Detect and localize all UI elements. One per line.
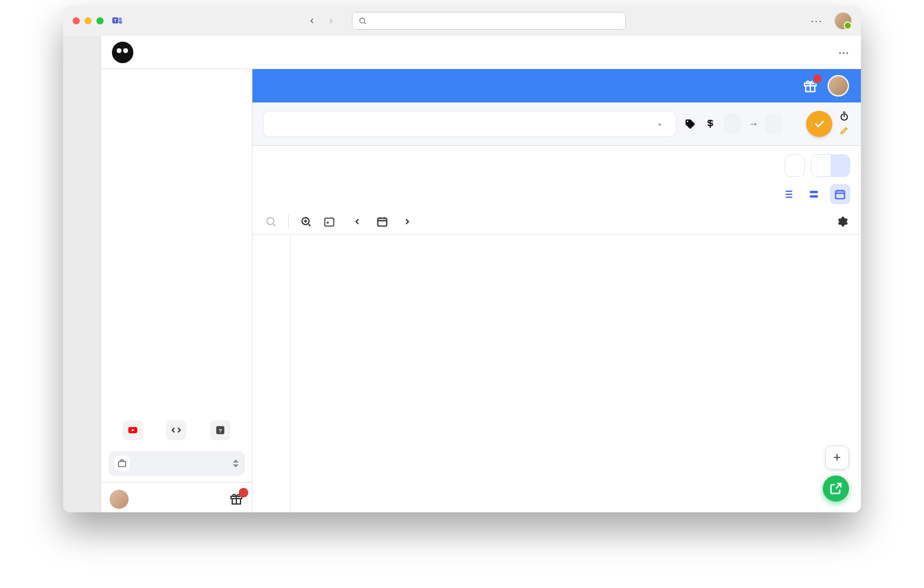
content-header: ⋯: [101, 36, 861, 69]
billable-icon[interactable]: [704, 117, 717, 130]
svg-rect-20: [327, 222, 329, 223]
svg-point-17: [267, 217, 274, 225]
svg-rect-15: [810, 195, 817, 198]
nav-back[interactable]: [304, 14, 320, 27]
top-gift[interactable]: [803, 78, 818, 94]
calendar-toolbar: [252, 208, 861, 234]
settings-gear[interactable]: [835, 214, 850, 229]
zoom-cal[interactable]: [298, 214, 314, 229]
top-gift-badge: [812, 73, 823, 84]
svg-rect-21: [378, 218, 387, 226]
nav-arrows: [304, 14, 339, 27]
row-view[interactable]: [804, 184, 824, 204]
titlebar-ellipsis[interactable]: ⋯: [806, 11, 828, 30]
time-column: [252, 235, 291, 512]
svg-text:?: ?: [218, 427, 222, 434]
nav-forward[interactable]: [323, 14, 339, 27]
workspace-updown[interactable]: [233, 460, 239, 468]
calendar-days[interactable]: [291, 235, 861, 512]
svg-point-2: [119, 17, 122, 20]
list-view[interactable]: [778, 184, 798, 204]
time-arrow: →: [748, 118, 758, 130]
main-panel: • →: [252, 69, 861, 512]
user-gift[interactable]: [229, 491, 245, 507]
top-blue-band: [252, 69, 861, 102]
balance-pill[interactable]: [785, 154, 805, 177]
hours-segment: [811, 154, 850, 177]
cal-prev[interactable]: [349, 214, 365, 229]
project-hours-tab[interactable]: [831, 155, 850, 176]
header-more[interactable]: ⋯: [838, 46, 850, 59]
app-rail: [63, 36, 101, 512]
sidebar: ?: [101, 69, 252, 512]
stopwatch-icon[interactable]: [839, 111, 850, 122]
briefcase-icon: [114, 456, 130, 471]
profile-avatar[interactable]: [835, 13, 851, 29]
cal-next[interactable]: [399, 214, 415, 229]
entry-bar: • →: [252, 102, 861, 146]
search-cal[interactable]: [263, 214, 279, 229]
submit-entry[interactable]: [806, 111, 832, 137]
calendar-view[interactable]: [830, 184, 850, 204]
svg-rect-14: [810, 191, 817, 193]
svg-rect-19: [325, 218, 334, 226]
svg-rect-16: [836, 191, 845, 198]
minimize-dot[interactable]: [85, 17, 92, 24]
svg-text:T: T: [114, 18, 117, 23]
user-row: [101, 482, 252, 512]
toolbar-balance: [252, 146, 861, 181]
today-button[interactable]: [323, 214, 340, 229]
duration[interactable]: [789, 123, 799, 125]
code-button[interactable]: [166, 420, 186, 440]
start-time[interactable]: [724, 113, 741, 135]
search-input[interactable]: [352, 12, 626, 30]
close-dot[interactable]: [73, 17, 80, 24]
quick-links: ?: [108, 415, 245, 445]
svg-rect-3: [119, 20, 123, 24]
tag-icon[interactable]: [683, 117, 697, 130]
titlebar: T ⋯: [63, 6, 861, 36]
app-window: T ⋯ ⋯: [63, 6, 861, 512]
date-picker[interactable]: [374, 214, 390, 229]
timeghost-logo: [112, 42, 133, 63]
svg-point-4: [360, 18, 364, 23]
edit-icon[interactable]: [839, 126, 850, 136]
calendar-body: [252, 235, 861, 512]
help-button[interactable]: ?: [210, 420, 230, 440]
entry-side-tools: [839, 111, 850, 136]
calendar: [252, 234, 861, 512]
add-button[interactable]: +: [825, 446, 849, 469]
workspace-card[interactable]: [108, 451, 245, 476]
start-timer-fab[interactable]: [823, 475, 849, 502]
youtube-button[interactable]: [123, 420, 143, 440]
view-toggles: [252, 181, 861, 208]
teams-icon: T: [111, 14, 124, 27]
user-avatar[interactable]: [110, 490, 129, 509]
traffic-lights: [73, 17, 104, 24]
svg-rect-8: [118, 462, 126, 467]
user-gift-badge: [239, 488, 248, 497]
end-time[interactable]: [766, 113, 782, 135]
working-hours-tab[interactable]: [811, 155, 831, 176]
zoom-dot[interactable]: [96, 17, 104, 24]
task-input[interactable]: •: [263, 111, 676, 137]
panel-avatar[interactable]: [828, 75, 849, 97]
content: ⋯ ?: [101, 36, 861, 512]
